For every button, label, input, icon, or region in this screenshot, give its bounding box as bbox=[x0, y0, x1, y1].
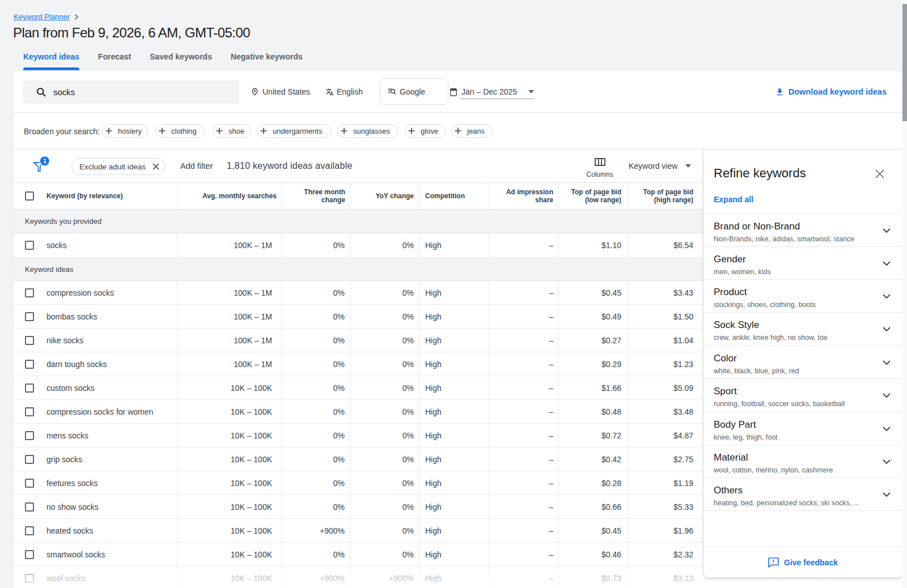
svg-text:1: 1 bbox=[43, 158, 46, 164]
